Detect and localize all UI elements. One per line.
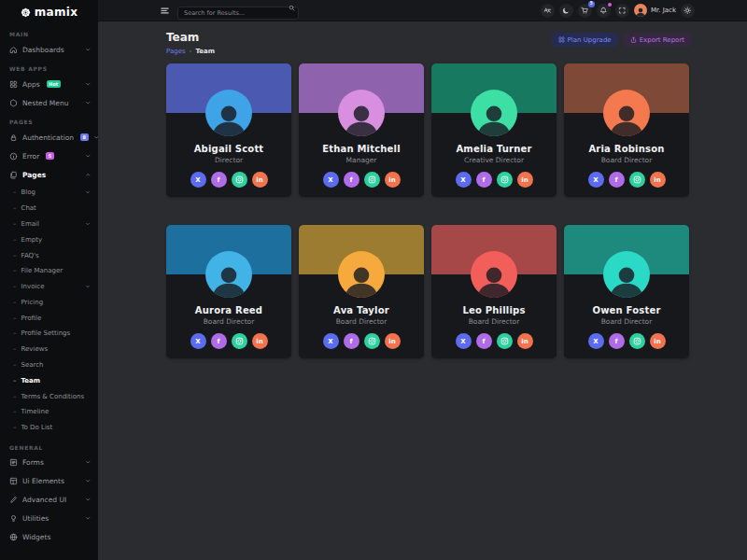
sidebar-item-widgets[interactable]: Widgets bbox=[0, 528, 98, 547]
fullscreen-icon[interactable] bbox=[615, 4, 629, 18]
page-actions: Plan Upgrade Export Report bbox=[552, 33, 691, 47]
export-report-label: Export Report bbox=[640, 36, 684, 44]
chevron-down-icon bbox=[85, 497, 92, 503]
instagram-social-link[interactable] bbox=[497, 172, 513, 188]
member-name: Abigail Scott bbox=[166, 144, 291, 154]
facebook-social-link[interactable]: f bbox=[344, 172, 359, 188]
sidebar-subitem-pricing[interactable]: – Pricing bbox=[0, 294, 98, 310]
chevron-down-icon bbox=[85, 221, 91, 227]
hamburger-menu-icon[interactable] bbox=[160, 6, 170, 16]
x-social-link[interactable]: X bbox=[456, 333, 472, 349]
member-social-links: Xfin bbox=[564, 333, 689, 349]
x-social-link[interactable]: X bbox=[190, 172, 206, 188]
facebook-social-link[interactable]: f bbox=[211, 333, 227, 349]
linkedin-social-link[interactable]: in bbox=[252, 333, 268, 349]
sidebar-subitem-team[interactable]: – Team bbox=[0, 372, 98, 388]
sidebar-item-advanced-ui[interactable]: Advanced UI bbox=[0, 491, 98, 510]
sidebar-item-pages[interactable]: Pages bbox=[0, 165, 98, 184]
sidebar-subitem-faq-s[interactable]: – FAQ's bbox=[0, 247, 98, 263]
x-social-link[interactable]: X bbox=[456, 172, 472, 188]
chevron-down-icon bbox=[85, 47, 92, 53]
page-header: Team Pages › Team Plan Upgrade bbox=[166, 29, 691, 55]
sidebar-item-forms[interactable]: Forms bbox=[0, 454, 98, 472]
app-logo[interactable]: mamix bbox=[0, 0, 98, 24]
sidebar-subitem-search[interactable]: – Search bbox=[0, 357, 98, 373]
sidebar-subitem-blog[interactable]: – Blog bbox=[0, 185, 98, 201]
search-icon[interactable] bbox=[289, 5, 295, 11]
sidebar-subitem-empty[interactable]: – Empty bbox=[0, 231, 98, 247]
instagram-social-link[interactable] bbox=[629, 333, 645, 349]
member-social-links: Xfin bbox=[431, 172, 557, 188]
linkedin-social-link[interactable]: in bbox=[252, 172, 268, 188]
sidebar-item-error[interactable]: Error5 bbox=[0, 147, 98, 165]
x-social-link[interactable]: X bbox=[323, 333, 339, 349]
sidebar-item-dashboards[interactable]: Dashboards bbox=[0, 40, 98, 59]
facebook-social-link[interactable]: f bbox=[609, 333, 625, 349]
section-header-general: GENERAL bbox=[0, 438, 98, 454]
sidebar-subitem-profile[interactable]: – Profile bbox=[0, 310, 98, 326]
sidebar-subitem-invoice[interactable]: – Invoice bbox=[0, 279, 98, 295]
section-header-web-apps: WEB APPS bbox=[0, 59, 98, 75]
notification-dot bbox=[608, 3, 612, 7]
facebook-social-link[interactable]: f bbox=[211, 172, 227, 188]
sidebar-item-utilities[interactable]: Utilities bbox=[0, 510, 98, 528]
instagram-social-link[interactable] bbox=[629, 172, 645, 188]
search-box bbox=[177, 1, 299, 20]
sidebar-subitem-label: Search bbox=[21, 361, 44, 369]
sidebar-subitem-timeline[interactable]: – Timeline bbox=[0, 404, 98, 420]
team-member-card: Ava Taylor Board Director Xfin bbox=[299, 225, 424, 358]
plan-upgrade-button[interactable]: Plan Upgrade bbox=[552, 33, 618, 47]
sidebar-item-authentication[interactable]: Authentication8 bbox=[0, 128, 98, 147]
globe-icon bbox=[9, 533, 18, 541]
sidebar-subitem-to-do-list[interactable]: – To Do List bbox=[0, 420, 98, 436]
language-icon[interactable] bbox=[541, 4, 555, 18]
instagram-social-link[interactable] bbox=[364, 333, 380, 349]
member-role: Board Director bbox=[166, 317, 291, 326]
linkedin-social-link[interactable]: in bbox=[385, 333, 401, 349]
hexagon-icon bbox=[9, 99, 18, 107]
linkedin-social-link[interactable]: in bbox=[517, 172, 533, 188]
dash-icon: – bbox=[13, 236, 17, 244]
breadcrumb-pages-link[interactable]: Pages bbox=[166, 48, 186, 55]
instagram-social-link[interactable] bbox=[232, 172, 247, 188]
member-name: Ethan Mitchell bbox=[299, 144, 424, 154]
sidebar-item-label: Widgets bbox=[22, 533, 50, 541]
sidebar-subitem-profile-settings[interactable]: – Profile Settings bbox=[0, 326, 98, 342]
x-social-link[interactable]: X bbox=[323, 172, 339, 188]
cart-icon[interactable]: 5 bbox=[578, 4, 592, 18]
theme-moon-icon[interactable] bbox=[559, 4, 573, 18]
gear-icon[interactable] bbox=[681, 4, 695, 18]
user-menu[interactable]: Mr. Jack bbox=[634, 4, 676, 17]
linkedin-social-link[interactable]: in bbox=[517, 333, 533, 349]
sidebar-subitem-email[interactable]: – Email bbox=[0, 217, 98, 232]
dash-icon: – bbox=[13, 204, 17, 212]
sidebar-subitem-reviews[interactable]: – Reviews bbox=[0, 342, 98, 357]
linkedin-social-link[interactable]: in bbox=[650, 333, 666, 349]
sidebar-subitem-terms-conditions[interactable]: – Terms & Conditions bbox=[0, 388, 98, 404]
search-input[interactable] bbox=[177, 7, 299, 20]
sidebar-subitem-label: Pricing bbox=[21, 299, 44, 306]
facebook-social-link[interactable]: f bbox=[476, 333, 492, 349]
x-social-link[interactable]: X bbox=[190, 333, 206, 349]
sidebar-item-label: Advanced UI bbox=[22, 496, 66, 504]
x-social-link[interactable]: X bbox=[588, 172, 604, 188]
instagram-social-link[interactable] bbox=[232, 333, 247, 349]
sidebar-subitem-chat[interactable]: – Chat bbox=[0, 201, 98, 217]
member-photo bbox=[205, 90, 252, 136]
linkedin-social-link[interactable]: in bbox=[650, 172, 666, 188]
instagram-social-link[interactable] bbox=[364, 172, 380, 188]
chevron-down-icon bbox=[85, 478, 92, 484]
linkedin-social-link[interactable]: in bbox=[385, 172, 401, 188]
sidebar-item-apps[interactable]: AppsHot bbox=[0, 75, 98, 93]
facebook-social-link[interactable]: f bbox=[609, 172, 625, 188]
facebook-social-link[interactable]: f bbox=[476, 172, 492, 188]
facebook-social-link[interactable]: f bbox=[344, 333, 359, 349]
instagram-social-link[interactable] bbox=[497, 333, 513, 349]
bell-icon[interactable] bbox=[597, 4, 611, 18]
sidebar-item-nested-menu[interactable]: Nested Menu bbox=[0, 93, 98, 112]
x-social-link[interactable]: X bbox=[588, 333, 604, 349]
sidebar-item-ui-elements[interactable]: Ui Elements bbox=[0, 472, 98, 491]
export-report-button[interactable]: Export Report bbox=[624, 33, 691, 47]
sidebar-subitem-file-manager[interactable]: – File Manager bbox=[0, 263, 98, 279]
member-role: Board Director bbox=[564, 317, 689, 326]
